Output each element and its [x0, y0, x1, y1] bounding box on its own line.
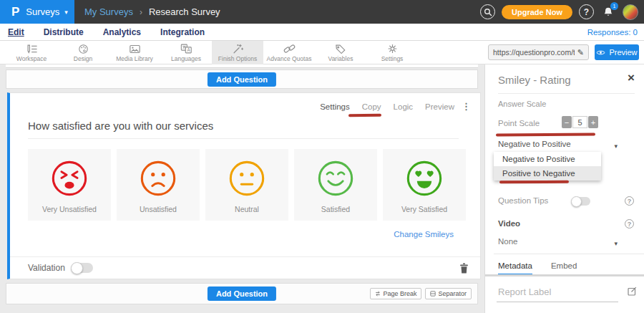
point-scale-stepper: − 5 +: [562, 116, 598, 128]
topbar-actions: Upgrade Now ? 1: [480, 0, 638, 24]
survey-url-field[interactable]: https://questionpro.com/t/A ✎: [488, 44, 589, 60]
tab-embed[interactable]: Embed: [551, 261, 577, 275]
add-question-button-bottom[interactable]: Add Question: [208, 286, 276, 301]
questionpro-logo-icon: P: [11, 6, 19, 18]
video-help-icon[interactable]: ?: [625, 219, 634, 228]
smiley-label: Unsatisfied: [140, 205, 177, 213]
validation-label: Validation: [28, 263, 65, 273]
panel-divider: [498, 93, 635, 94]
breadcrumb: My Surveys › Research Survey: [84, 0, 220, 24]
question-menu-settings[interactable]: Settings: [320, 102, 350, 111]
dropdown-option-negative-to-positive[interactable]: Negative to Positive: [494, 152, 601, 166]
smiley-option-very-unsatisfied[interactable]: Very Unsatisfied: [28, 149, 111, 221]
caret-down-icon[interactable]: ▾: [614, 240, 618, 247]
survey-nav-tabs: Edit Distribute Analytics Integration Re…: [0, 24, 644, 41]
breadcrumb-current-survey: Research Survey: [149, 6, 220, 17]
report-label-input[interactable]: [497, 284, 618, 302]
smiley-option-very-satisfied[interactable]: Very Satisfied: [383, 149, 466, 221]
tab-edit[interactable]: Edit: [8, 27, 24, 37]
smiley-option-neutral[interactable]: Neutral: [205, 149, 288, 221]
toolbar-item-label: Media Library: [116, 55, 153, 62]
question-tips-toggle[interactable]: [572, 197, 590, 206]
question-tips-label: Question Tips: [498, 196, 548, 205]
questionpro-app: P Surveys ▾ My Surveys › Research Survey…: [0, 0, 644, 313]
unsatisfied-smiley-icon: [139, 159, 177, 198]
dropdown-option-positive-to-negative[interactable]: Positive to Negative: [494, 166, 601, 180]
toolbar-item-finish-options[interactable]: Finish Options: [212, 41, 263, 64]
toolbar-item-label: Finish Options: [218, 55, 257, 62]
toolbar-item-variables[interactable]: Variables: [315, 41, 366, 64]
page-break-icon: [375, 291, 381, 297]
toolbar-item-workspace[interactable]: Workspace: [6, 41, 57, 64]
delete-question-button[interactable]: [459, 263, 469, 274]
toolbar-item-media-library[interactable]: Media Library: [109, 41, 160, 64]
preview-button[interactable]: Preview: [595, 44, 639, 60]
notifications-button[interactable]: 1: [600, 4, 616, 20]
point-scale-value[interactable]: 5: [572, 116, 587, 128]
point-scale-label: Point Scale: [498, 119, 540, 127]
separator-label: Separator: [438, 290, 467, 297]
point-scale-decrease-button[interactable]: −: [562, 116, 572, 128]
toolbar-item-design[interactable]: Design: [57, 41, 109, 64]
eye-icon: [596, 49, 605, 56]
tab-distribute[interactable]: Distribute: [44, 27, 84, 37]
add-question-bar-bottom: Add Question Page Break Separator: [6, 283, 478, 304]
report-label-edit-icon[interactable]: [628, 286, 637, 296]
toggle-knob: [71, 262, 83, 274]
add-question-button-top[interactable]: Add Question: [208, 72, 276, 87]
close-panel-icon[interactable]: ×: [628, 72, 635, 84]
settings-gear-icon: [386, 43, 399, 54]
finish-options-wand-icon: [231, 43, 244, 54]
panel-tabs-divider: [485, 274, 644, 276]
smiley-label: Neutral: [235, 205, 259, 213]
search-button[interactable]: [480, 4, 495, 19]
workspace-icon: [25, 44, 39, 54]
smiley-label: Very Satisfied: [401, 205, 447, 213]
help-button[interactable]: ?: [579, 4, 594, 19]
question-card: Settings Copy Logic Preview ⋮ How satisf…: [7, 92, 481, 279]
answer-scale-label: Answer Scale: [498, 100, 546, 108]
smiley-option-satisfied[interactable]: Satisfied: [294, 149, 377, 221]
user-avatar[interactable]: [623, 4, 638, 20]
breadcrumb-separator-icon: ›: [140, 7, 142, 17]
video-label: Video: [498, 219, 520, 228]
panel-title: Smiley - Rating: [498, 74, 571, 86]
product-menu[interactable]: P Surveys ▾: [0, 0, 74, 24]
question-menu-copy[interactable]: Copy: [362, 102, 381, 111]
languages-icon: A: [180, 43, 193, 54]
tab-metadata[interactable]: Metadata: [498, 261, 532, 275]
tab-integration[interactable]: Integration: [160, 27, 205, 37]
smiley-option-unsatisfied[interactable]: Unsatisfied: [117, 149, 200, 221]
caret-down-icon[interactable]: ▾: [614, 143, 618, 150]
very-unsatisfied-smiley-icon: [50, 159, 89, 198]
separator-button[interactable]: Separator: [425, 288, 472, 299]
question-menu-logic[interactable]: Logic: [394, 102, 414, 111]
question-tips-help-icon[interactable]: ?: [625, 196, 634, 206]
edit-url-icon[interactable]: ✎: [577, 48, 584, 57]
question-menu-preview[interactable]: Preview: [425, 102, 454, 111]
search-icon: [484, 8, 492, 16]
question-more-menu-icon[interactable]: ⋮: [462, 101, 471, 112]
scale-direction-selected-value: Negative to Positive: [498, 140, 571, 148]
responses-count[interactable]: Responses: 0: [587, 28, 638, 37]
toolbar-item-languages[interactable]: A Languages: [160, 41, 212, 64]
question-title-underline: [28, 138, 459, 139]
survey-url-value: https://questionpro.com/t/A: [493, 48, 575, 57]
toolbar-item-settings[interactable]: Settings: [366, 41, 418, 64]
media-library-icon: [128, 44, 142, 54]
panel-tabs: Metadata Embed: [498, 261, 577, 275]
upgrade-now-button[interactable]: Upgrade Now: [502, 5, 572, 19]
breadcrumb-my-surveys[interactable]: My Surveys: [84, 6, 133, 17]
change-smileys-link[interactable]: Change Smileys: [394, 230, 454, 239]
smiley-label: Satisfied: [321, 205, 350, 213]
toolbar-item-advance-quotas[interactable]: Advance Quotas: [263, 41, 315, 64]
toolbar-item-label: Variables: [328, 55, 353, 62]
tab-analytics[interactable]: Analytics: [103, 27, 141, 37]
variables-tag-icon: [334, 43, 347, 54]
smiley-scale: Very Unsatisfied Unsatisfied Neutral: [28, 149, 466, 221]
question-title[interactable]: How satisfied are you with our services: [28, 120, 213, 132]
validation-toggle[interactable]: [72, 263, 93, 273]
page-break-button[interactable]: Page Break: [370, 288, 421, 299]
add-question-bar-top: Add Question: [6, 69, 478, 89]
point-scale-increase-button[interactable]: +: [588, 116, 598, 128]
